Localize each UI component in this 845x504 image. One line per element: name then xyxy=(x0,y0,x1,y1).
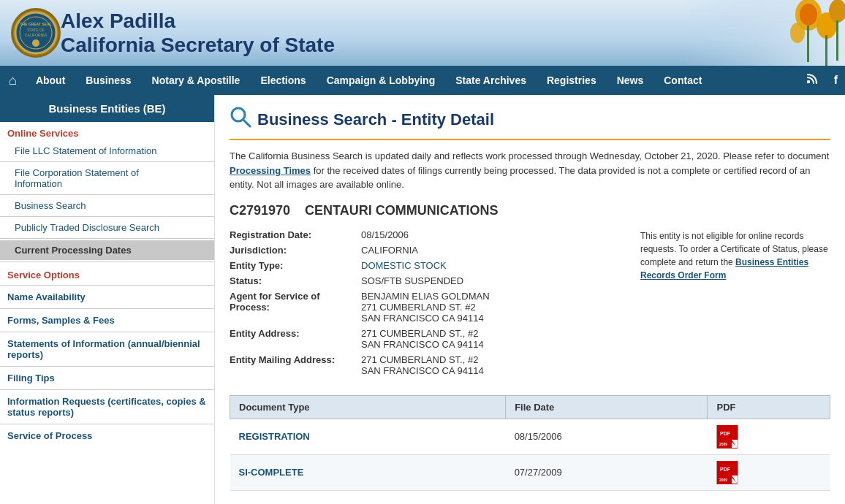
page-title: Business Search - Entity Detail xyxy=(257,110,494,129)
info-paragraph: The California Business Search is update… xyxy=(230,149,830,192)
document-table: Document Type File Date PDF REGISTRATION… xyxy=(230,395,830,491)
svg-point-8 xyxy=(800,4,817,26)
jurisdiction-value: CALIFORNIA xyxy=(361,245,418,256)
info-text-1: The California Business Search is update… xyxy=(230,150,829,161)
sidebar-link-biz-search[interactable]: Business Search xyxy=(0,196,214,215)
nav-contact[interactable]: Contact xyxy=(653,66,712,95)
entity-address-value: 271 CUMBERLAND ST., #2SAN FRANCISCO CA 9… xyxy=(361,328,484,350)
doc-type-2[interactable]: SI-COMPLETE xyxy=(230,454,506,490)
nav-elections[interactable]: Elections xyxy=(250,66,316,95)
svg-rect-13 xyxy=(836,20,838,61)
entity-name: CENTAURI COMMUNICATIONS xyxy=(305,203,498,218)
nav-archives[interactable]: State Archives xyxy=(445,66,537,95)
search-icon xyxy=(230,106,251,133)
svg-rect-12 xyxy=(825,35,827,66)
entity-address-label: Entity Address: xyxy=(230,328,361,350)
title-divider xyxy=(230,139,830,140)
main-layout: Business Entities (BE) Online Services F… xyxy=(0,95,845,504)
field-mailing-address: Entity Mailing Address: 271 CUMBERLAND S… xyxy=(230,354,626,376)
rss-icon[interactable] xyxy=(799,72,827,88)
field-entity-type: Entity Type: DOMESTIC STOCK xyxy=(230,260,626,271)
nav-business[interactable]: Business xyxy=(75,66,141,95)
svg-rect-15 xyxy=(807,80,810,83)
svg-text:PDF: PDF xyxy=(720,467,731,472)
pdf-icon-2[interactable]: PDF 2009 xyxy=(716,461,738,484)
table-row: SI-COMPLETE 07/27/2009 PDF 2009 xyxy=(230,454,830,490)
pdf-wrapper-2: PDF 2009 xyxy=(716,461,822,484)
nav-news[interactable]: News xyxy=(607,66,654,95)
nav-campaign[interactable]: Campaign & Lobbying xyxy=(317,66,446,95)
field-agent: Agent for Service ofProcess: BENJAMIN EL… xyxy=(230,291,626,324)
svg-line-17 xyxy=(243,120,250,126)
processing-times-link[interactable]: Processing Times xyxy=(230,165,311,176)
sidebar-link-forms[interactable]: Forms, Samples & Fees xyxy=(0,310,214,330)
table-row: REGISTRATION 08/15/2006 PDF 2009 xyxy=(230,419,830,454)
info-text-2: for the received dates of filings curren… xyxy=(230,165,810,191)
content-area: Business Search - Entity Detail The Cali… xyxy=(215,95,845,504)
sidebar-active-current-dates[interactable]: Current Processing Dates xyxy=(0,240,214,260)
mailing-address-value: 271 CUMBERLAND ST., #2SAN FRANCISCO CA 9… xyxy=(361,354,484,376)
entity-type-value[interactable]: DOMESTIC STOCK xyxy=(361,260,447,271)
svg-text:STATE OF: STATE OF xyxy=(27,28,45,32)
agent-value: BENJAMIN ELIAS GOLDMAN271 CUMBERLAND ST.… xyxy=(361,291,490,324)
sidebar: Business Entities (BE) Online Services F… xyxy=(0,95,215,504)
sidebar-link-name-avail[interactable]: Name Availability xyxy=(0,287,214,307)
pdf-icon-1[interactable]: PDF 2009 xyxy=(716,425,738,448)
field-status: Status: SOS/FTB SUSPENDED xyxy=(230,275,626,286)
reg-date-value: 08/15/2006 xyxy=(361,229,409,240)
file-date-1: 08/15/2006 xyxy=(506,419,708,454)
sidebar-link-ptds[interactable]: Publicly Traded Disclosure Search xyxy=(0,218,214,237)
sidebar-link-statements[interactable]: Statements of Information (annual/bienni… xyxy=(0,334,214,364)
svg-text:2009: 2009 xyxy=(719,478,727,482)
nav-about[interactable]: About xyxy=(26,66,75,95)
page-title-row: Business Search - Entity Detail xyxy=(230,106,830,133)
svg-point-5 xyxy=(32,39,39,47)
file-date-2: 07/27/2009 xyxy=(506,454,708,490)
field-jurisdiction: Jurisdiction: CALIFORNIA xyxy=(230,245,626,256)
state-seal: THE GREAT SEAL STATE OF CALIFORNIA xyxy=(11,8,61,58)
sidebar-link-file-llc[interactable]: File LLC Statement of Information xyxy=(0,142,214,160)
secretary-name: Alex Padilla xyxy=(61,9,335,34)
col-doc-type: Document Type xyxy=(230,395,506,419)
svg-text:PDF: PDF xyxy=(720,431,731,436)
secretary-title: California Secretary of State xyxy=(61,34,335,57)
svg-marker-20 xyxy=(732,440,738,448)
mailing-address-label: Entity Mailing Address: xyxy=(230,354,361,376)
nav-registries[interactable]: Registries xyxy=(537,66,607,95)
facebook-icon[interactable]: f xyxy=(827,74,845,87)
svg-text:THE GREAT SEAL: THE GREAT SEAL xyxy=(20,22,51,26)
sidebar-link-info-requests[interactable]: Information Requests (certificates, copi… xyxy=(0,392,214,422)
sidebar-section-service-options: Service Options xyxy=(0,264,214,283)
home-button[interactable]: ⌂ xyxy=(0,66,26,95)
svg-point-14 xyxy=(790,23,805,43)
header-title: Alex Padilla California Secretary of Sta… xyxy=(61,9,335,57)
entity-fields: Registration Date: 08/15/2006 Jurisdicti… xyxy=(230,229,626,381)
col-pdf: PDF xyxy=(708,395,830,419)
sidebar-header: Business Entities (BE) xyxy=(0,95,214,122)
agent-label: Agent for Service ofProcess: xyxy=(230,291,361,324)
pdf-cell-1: PDF 2009 xyxy=(708,419,830,454)
doc-type-1[interactable]: REGISTRATION xyxy=(230,419,506,454)
svg-text:CALIFORNIA: CALIFORNIA xyxy=(25,33,48,37)
nav-notary[interactable]: Notary & Apostille xyxy=(142,66,251,95)
status-value: SOS/FTB SUSPENDED xyxy=(361,275,463,286)
svg-text:2009: 2009 xyxy=(719,442,727,446)
svg-rect-11 xyxy=(807,26,809,62)
entity-type-label: Entity Type: xyxy=(230,260,361,271)
entity-header: C2791970 CENTAURI COMMUNICATIONS xyxy=(230,203,830,218)
col-file-date: File Date xyxy=(506,395,708,419)
sidebar-section-online-services: Online Services xyxy=(0,122,214,142)
entity-number: C2791970 xyxy=(230,203,290,218)
sidebar-link-filing-tips[interactable]: Filing Tips xyxy=(0,368,214,388)
pdf-cell-2: PDF 2009 xyxy=(708,454,830,490)
entity-details: Registration Date: 08/15/2006 Jurisdicti… xyxy=(230,229,830,381)
jurisdiction-label: Jurisdiction: xyxy=(230,245,361,256)
sidebar-link-service-process[interactable]: Service of Process xyxy=(0,426,214,446)
field-entity-address: Entity Address: 271 CUMBERLAND ST., #2SA… xyxy=(230,328,626,350)
svg-marker-25 xyxy=(732,476,738,484)
main-nav: ⌂ About Business Notary & Apostille Elec… xyxy=(0,66,845,95)
pdf-wrapper-1: PDF 2009 xyxy=(716,425,822,448)
sidebar-link-file-corp[interactable]: File Corporation Statement ofInformation xyxy=(0,164,214,193)
status-label: Status: xyxy=(230,275,361,286)
entity-side-note: This entity is not eligible for online r… xyxy=(626,229,830,381)
